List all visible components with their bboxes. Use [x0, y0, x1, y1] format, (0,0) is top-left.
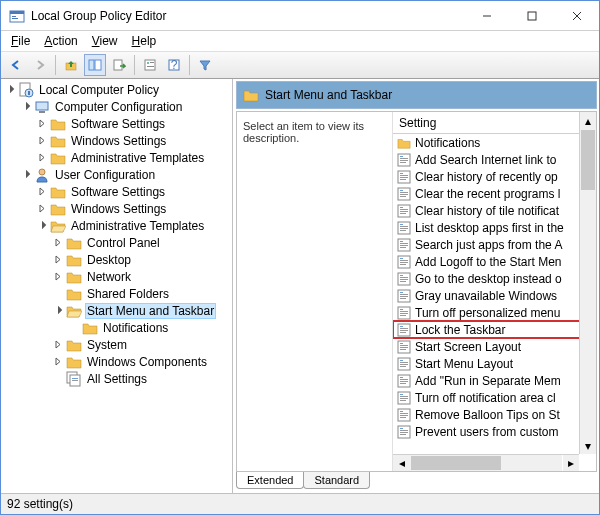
- svg-rect-72: [400, 298, 406, 299]
- column-header-setting[interactable]: Setting: [393, 112, 596, 134]
- details-pane: Start Menu and Taskbar Select an item to…: [233, 79, 599, 494]
- titlebar: Local Group Policy Editor: [1, 1, 599, 31]
- status-text: 92 setting(s): [7, 497, 73, 511]
- svg-rect-71: [400, 296, 408, 297]
- setting-row[interactable]: Add "Run in Separate Mem: [393, 372, 596, 389]
- tree-admin-network[interactable]: Network: [3, 268, 230, 285]
- svg-rect-15: [147, 66, 154, 67]
- svg-rect-99: [400, 394, 403, 395]
- setting-row[interactable]: Turn off personalized menu: [393, 304, 596, 321]
- tree-admin-all-settings[interactable]: All Settings: [3, 370, 230, 387]
- setting-row[interactable]: Add Logoff to the Start Men: [393, 253, 596, 270]
- svg-rect-77: [400, 315, 406, 316]
- menu-action[interactable]: Action: [38, 32, 83, 50]
- menu-file[interactable]: File: [5, 32, 36, 50]
- setting-row[interactable]: Search just apps from the A: [393, 236, 596, 253]
- app-icon: [9, 8, 25, 24]
- svg-rect-5: [528, 12, 536, 20]
- properties-button[interactable]: [139, 54, 161, 76]
- maximize-button[interactable]: [509, 1, 554, 30]
- scroll-down-icon[interactable]: ▾: [580, 437, 596, 454]
- tree-user-software[interactable]: Software Settings: [3, 183, 230, 200]
- svg-rect-42: [400, 196, 406, 197]
- scroll-left-icon[interactable]: ◂: [393, 455, 410, 471]
- tree-computer-child-1[interactable]: Windows Settings: [3, 132, 230, 149]
- svg-rect-82: [400, 332, 406, 333]
- svg-rect-54: [400, 241, 403, 242]
- scroll-thumb[interactable]: [411, 456, 501, 470]
- svg-rect-12: [145, 60, 155, 70]
- svg-rect-51: [400, 228, 408, 229]
- svg-rect-74: [400, 309, 403, 310]
- svg-rect-44: [400, 207, 403, 208]
- export-list-button[interactable]: [108, 54, 130, 76]
- scroll-thumb[interactable]: [581, 130, 595, 190]
- svg-rect-100: [400, 396, 408, 397]
- vertical-scrollbar[interactable]: ▴ ▾: [579, 112, 596, 454]
- svg-rect-91: [400, 364, 408, 365]
- svg-rect-14: [150, 62, 154, 63]
- tab-extended[interactable]: Extended: [236, 472, 304, 489]
- setting-row[interactable]: Start Screen Layout: [393, 338, 596, 355]
- tree-admin-windows-components[interactable]: Windows Components: [3, 353, 230, 370]
- menu-view[interactable]: View: [86, 32, 124, 50]
- setting-row[interactable]: Turn off notification area cl: [393, 389, 596, 406]
- svg-rect-81: [400, 330, 408, 331]
- back-button[interactable]: [5, 54, 27, 76]
- settings-list-pane: Setting NotificationsAdd Search Internet…: [392, 112, 596, 471]
- setting-row[interactable]: Gray unavailable Windows: [393, 287, 596, 304]
- tree-computer-config[interactable]: Computer Configuration: [3, 98, 230, 115]
- tree-start-menu-taskbar[interactable]: Start Menu and Taskbar: [3, 302, 230, 319]
- setting-row[interactable]: Notifications: [393, 134, 596, 151]
- svg-rect-37: [400, 179, 406, 180]
- setting-row[interactable]: Add Search Internet link to: [393, 151, 596, 168]
- up-button[interactable]: [60, 54, 82, 76]
- svg-rect-61: [400, 262, 408, 263]
- setting-row[interactable]: Remove Balloon Tips on St: [393, 406, 596, 423]
- setting-row[interactable]: Go to the desktop instead o: [393, 270, 596, 287]
- svg-rect-1: [10, 11, 24, 14]
- tree-root[interactable]: Local Computer Policy: [3, 81, 230, 98]
- tree-user-windows[interactable]: Windows Settings: [3, 200, 230, 217]
- svg-rect-29: [400, 156, 403, 157]
- help-button[interactable]: ?: [163, 54, 185, 76]
- tab-standard[interactable]: Standard: [303, 472, 370, 489]
- horizontal-scrollbar[interactable]: ◂ ▸: [393, 454, 579, 471]
- tree-notifications[interactable]: Notifications: [3, 319, 230, 336]
- menu-help[interactable]: Help: [126, 32, 163, 50]
- tree-admin-shared-folders[interactable]: Shared Folders: [3, 285, 230, 302]
- svg-rect-79: [400, 326, 403, 327]
- tree-computer-child-0[interactable]: Software Settings: [3, 115, 230, 132]
- svg-rect-47: [400, 213, 406, 214]
- setting-row[interactable]: Clear the recent programs l: [393, 185, 596, 202]
- toolbar: ?: [1, 51, 599, 79]
- setting-row[interactable]: Clear history of recently op: [393, 168, 596, 185]
- svg-rect-32: [400, 162, 406, 163]
- tree-admin-control-panel[interactable]: Control Panel: [3, 234, 230, 251]
- svg-rect-86: [400, 347, 408, 348]
- scroll-right-icon[interactable]: ▸: [562, 455, 579, 471]
- scroll-up-icon[interactable]: ▴: [580, 112, 596, 129]
- tree-computer-child-2[interactable]: Administrative Templates: [3, 149, 230, 166]
- svg-rect-64: [400, 275, 403, 276]
- close-button[interactable]: [554, 1, 599, 30]
- setting-row[interactable]: Clear history of tile notificat: [393, 202, 596, 219]
- description-text: Select an item to view its description.: [237, 112, 392, 471]
- show-hide-tree-button[interactable]: [84, 54, 106, 76]
- tree-admin-templates[interactable]: Administrative Templates: [3, 217, 230, 234]
- tree-admin-desktop[interactable]: Desktop: [3, 251, 230, 268]
- tree-admin-system[interactable]: System: [3, 336, 230, 353]
- tree-user-config[interactable]: User Configuration: [3, 166, 230, 183]
- details-tabs: Extended Standard: [236, 472, 597, 494]
- settings-list[interactable]: NotificationsAdd Search Internet link to…: [393, 134, 596, 471]
- forward-button[interactable]: [29, 54, 51, 76]
- setting-row[interactable]: Prevent users from custom: [393, 423, 596, 440]
- svg-rect-111: [400, 432, 408, 433]
- filter-button[interactable]: [194, 54, 216, 76]
- setting-row[interactable]: Start Menu Layout: [393, 355, 596, 372]
- minimize-button[interactable]: [464, 1, 509, 30]
- setting-row[interactable]: Lock the Taskbar: [393, 321, 596, 338]
- setting-row[interactable]: List desktop apps first in the: [393, 219, 596, 236]
- svg-rect-36: [400, 177, 408, 178]
- svg-rect-66: [400, 279, 408, 280]
